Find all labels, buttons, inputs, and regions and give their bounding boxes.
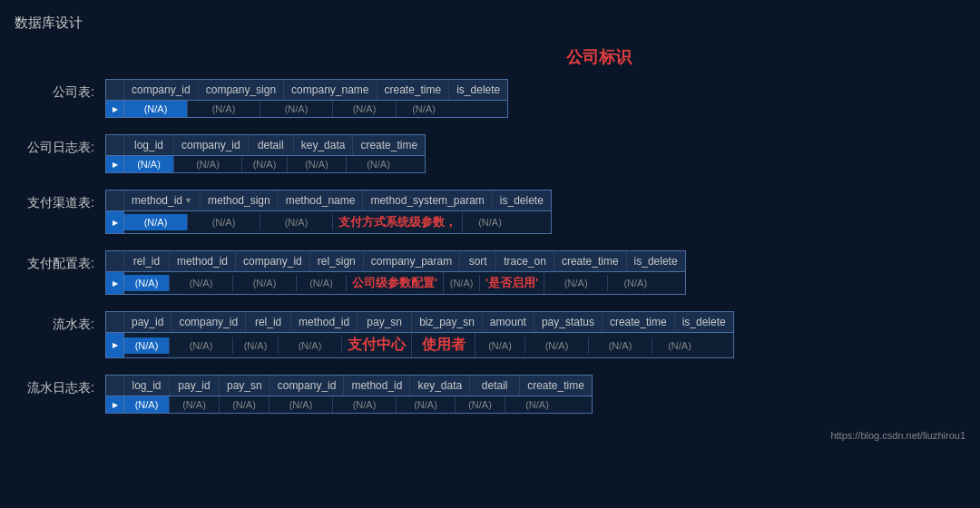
data-cell-2: (N/A): [260, 101, 333, 117]
data-cell-5: (N/A): [397, 396, 456, 413]
col-header-7: create_time: [520, 376, 592, 396]
data-cell-0: (N/A): [124, 396, 170, 413]
table-section-4: 流水表:pay_idcompany_idrel_idmethod_idpay_s…: [15, 311, 965, 358]
data-cell-0: (N/A): [124, 337, 170, 354]
dropdown-icon[interactable]: ▼: [184, 196, 192, 205]
col-header-3: company_id: [270, 376, 345, 396]
table-label-0: 公司表:: [15, 79, 105, 101]
data-cell-4: (N/A): [397, 101, 451, 117]
data-cell-7: (N/A): [544, 275, 608, 291]
col-header-2: company_id: [236, 251, 310, 271]
col-header-2: rel_id: [246, 312, 291, 332]
data-cell-8: (N/A): [608, 275, 662, 291]
col-header-6: detail: [470, 376, 520, 396]
data-cell-1: (N/A): [170, 337, 233, 354]
data-cell-1: (N/A): [170, 396, 220, 413]
col-header-7: create_time: [554, 251, 627, 271]
col-header-2: detail: [249, 135, 294, 155]
data-cell-7: (N/A): [505, 396, 569, 413]
data-cell-4: (N/A): [463, 214, 517, 230]
data-cell-6: (N/A): [456, 396, 505, 413]
table-row: (N/A)(N/A)(N/A)(N/A)支付中心使用者(N/A)(N/A)(N/…: [106, 333, 733, 357]
col-header-4: method_id: [344, 376, 410, 396]
data-cell-0: (N/A): [124, 101, 188, 117]
col-header-6: amount: [483, 312, 534, 332]
db-table-1: log_idcompany_iddetailkey_datacreate_tim…: [105, 134, 426, 173]
data-cell-2: (N/A): [220, 396, 270, 413]
db-table-5: log_idpay_idpay_sncompany_idmethod_idkey…: [105, 375, 593, 414]
col-header-0: rel_id: [124, 251, 170, 271]
data-cell-5: 使用者: [412, 333, 475, 357]
table-row: (N/A)(N/A)(N/A)(N/A)(N/A): [106, 101, 507, 117]
data-cell-3: (N/A): [333, 101, 397, 117]
data-cell-4: (N/A): [347, 156, 410, 172]
col-header-4: is_delete: [449, 80, 507, 100]
row-indicator[interactable]: [106, 156, 124, 172]
col-header-2: company_name: [284, 80, 377, 100]
data-cell-3: (N/A): [288, 156, 347, 172]
col-header-3: key_data: [294, 135, 354, 155]
row-indicator[interactable]: [106, 333, 124, 357]
col-header-8: create_time: [603, 312, 675, 332]
table-label-3: 支付配置表:: [15, 250, 105, 272]
data-cell-2: (N/A): [233, 337, 279, 354]
data-cell-9: (N/A): [652, 337, 707, 354]
col-header-9: is_delete: [675, 312, 733, 332]
col-header-5: key_data: [410, 376, 470, 396]
db-table-0: company_idcompany_signcompany_namecreate…: [105, 79, 508, 118]
col-header-4: company_param: [364, 251, 460, 271]
data-cell-7: (N/A): [525, 337, 589, 354]
col-header-1: method_id: [170, 251, 236, 271]
table-label-1: 公司日志表:: [15, 134, 105, 156]
footer-url: https://blog.csdn.net/liuzhirou1: [15, 430, 965, 441]
data-cell-3: 支付方式系统级参数，: [333, 211, 463, 233]
table-row: (N/A)(N/A)(N/A)支付方式系统级参数，(N/A): [106, 211, 551, 233]
table-section-5: 流水日志表:log_idpay_idpay_sncompany_idmethod…: [15, 375, 965, 414]
data-cell-1: (N/A): [188, 101, 260, 117]
col-header-0: log_id: [124, 376, 170, 396]
col-header-5: biz_pay_sn: [412, 312, 483, 332]
row-indicator[interactable]: [106, 272, 124, 294]
data-cell-3: (N/A): [279, 337, 342, 354]
col-header-0: company_id: [124, 80, 199, 100]
col-header-1: company_sign: [199, 80, 284, 100]
data-cell-3: (N/A): [270, 396, 333, 413]
table-section-0: 公司表:company_idcompany_signcompany_namecr…: [15, 79, 965, 118]
data-cell-6: (N/A): [475, 337, 525, 354]
db-table-4: pay_idcompany_idrel_idmethod_idpay_snbiz…: [105, 311, 734, 358]
data-cell-2: (N/A): [233, 275, 297, 291]
data-cell-0: (N/A): [124, 275, 170, 291]
data-cell-8: (N/A): [589, 337, 652, 354]
col-header-1: pay_id: [170, 376, 220, 396]
col-header-1: company_id: [172, 312, 246, 332]
col-header-4: is_delete: [493, 190, 551, 210]
row-indicator[interactable]: [106, 101, 124, 117]
data-cell-2: (N/A): [260, 214, 333, 230]
table-row: (N/A)(N/A)(N/A)(N/A)公司级参数配置'(N/A)'是否启用'(…: [106, 272, 685, 294]
data-cell-0: (N/A): [124, 156, 174, 172]
table-label-4: 流水表:: [15, 311, 105, 333]
col-header-0: log_id: [124, 135, 174, 155]
table-section-3: 支付配置表:rel_idmethod_idcompany_idrel_signc…: [15, 250, 965, 295]
data-cell-5: (N/A): [444, 275, 480, 291]
data-cell-4: 公司级参数配置': [347, 272, 444, 294]
data-cell-0: (N/A): [124, 214, 188, 230]
data-cell-3: (N/A): [297, 275, 347, 291]
table-label-2: 支付渠道表:: [15, 190, 105, 211]
col-header-2: method_name: [279, 190, 364, 210]
table-row: (N/A)(N/A)(N/A)(N/A)(N/A): [106, 156, 425, 172]
data-cell-4: (N/A): [333, 396, 397, 413]
table-label-5: 流水日志表:: [15, 375, 105, 396]
col-header-0: method_id▼: [124, 190, 201, 210]
col-header-3: method_id: [291, 312, 358, 332]
row-indicator[interactable]: [106, 211, 124, 233]
col-header-1: company_id: [174, 135, 249, 155]
data-cell-6: '是否启用': [480, 272, 544, 294]
col-header-6: trace_on: [496, 251, 554, 271]
data-cell-4: 支付中心: [342, 333, 412, 357]
row-indicator[interactable]: [106, 396, 124, 413]
col-header-8: is_delete: [627, 251, 685, 271]
data-cell-1: (N/A): [174, 156, 242, 172]
col-header-7: pay_status: [534, 312, 603, 332]
col-header-3: method_system_param: [363, 190, 492, 210]
